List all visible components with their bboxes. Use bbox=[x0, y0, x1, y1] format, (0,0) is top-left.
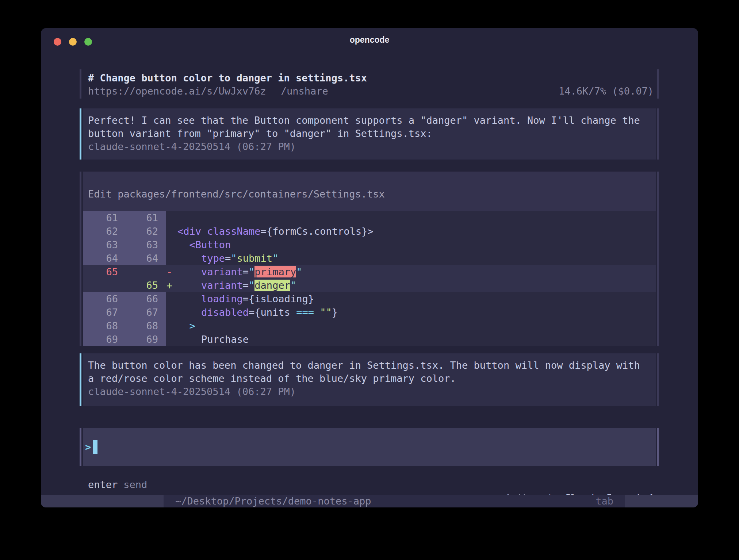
code-token: " bbox=[272, 253, 278, 264]
text-cursor bbox=[93, 440, 97, 454]
diff-row: 6464 type="submit" bbox=[83, 252, 656, 265]
mode-chip[interactable]: BUILDMODE bbox=[625, 495, 698, 507]
working-directory: ~/Desktop/Projects/demo-notes-app bbox=[175, 495, 371, 507]
new-line-number: 61 bbox=[120, 211, 161, 225]
diff-code-line: Purchase bbox=[177, 333, 249, 346]
gutter-pad bbox=[161, 238, 166, 252]
message-line: button variant from "primary" to "danger… bbox=[88, 127, 654, 140]
app-version-chip: opencodev0.3.11 bbox=[41, 495, 164, 507]
diff-row: 6666 loading={isLoading} bbox=[83, 292, 656, 306]
gutter-pad bbox=[161, 265, 166, 279]
token-usage: 14.6K/7% ($0.07) bbox=[559, 85, 654, 98]
code-token: variant bbox=[201, 266, 243, 277]
code-token: = bbox=[243, 280, 249, 291]
code-token: " bbox=[249, 266, 254, 277]
diff-marker: + bbox=[166, 279, 177, 292]
diff-code-line: <Button bbox=[177, 238, 231, 252]
gutter-pad bbox=[161, 252, 166, 265]
code-token: loading bbox=[201, 293, 243, 304]
code-token: = bbox=[243, 266, 249, 277]
code-token: " bbox=[249, 280, 254, 291]
diff-code-line: loading={isLoading} bbox=[177, 292, 314, 306]
new-line-number: 65 bbox=[120, 279, 161, 292]
code-token: > bbox=[189, 320, 195, 331]
session-title: # Change button color to danger in setti… bbox=[88, 72, 654, 85]
old-line-number: 68 bbox=[83, 319, 120, 333]
code-token: primary bbox=[254, 266, 296, 277]
code-token: " bbox=[290, 280, 296, 291]
enter-key-hint: enter bbox=[88, 478, 118, 491]
prompt-input[interactable]: > bbox=[80, 428, 659, 466]
code-token: "" bbox=[320, 307, 332, 318]
diff-gutter: 6666 bbox=[83, 292, 166, 306]
code-token: {isLoading} bbox=[249, 293, 314, 304]
diff-header: Edit packages/frontend/src/containers/Se… bbox=[83, 172, 656, 211]
code-token bbox=[314, 307, 320, 318]
code-token: variant bbox=[201, 280, 243, 291]
message-line: a red/rose color scheme instead of the b… bbox=[88, 372, 654, 385]
diff-gutter: 6767 bbox=[83, 306, 166, 319]
gutter-pad bbox=[161, 279, 166, 292]
diff-row: 6161 bbox=[83, 211, 656, 225]
diff-gutter: 6363 bbox=[83, 238, 166, 252]
code-token: {formCs.controls} bbox=[267, 226, 367, 237]
diff-marker bbox=[166, 333, 177, 346]
code-token: > bbox=[367, 226, 373, 237]
unshare-command[interactable]: /unshare bbox=[281, 85, 328, 98]
send-action-hint: send bbox=[123, 478, 147, 491]
hint-bar: enter send Anthropic Claude Sonnet 4 bbox=[80, 478, 659, 491]
diff-marker bbox=[166, 306, 177, 319]
code-token: " bbox=[296, 266, 302, 277]
gutter-pad bbox=[161, 211, 166, 225]
diff-gutter: 6868 bbox=[83, 319, 166, 333]
diff-row: 65- variant="primary" bbox=[83, 265, 656, 279]
diff-code-line: > bbox=[177, 319, 195, 333]
new-line-number: 63 bbox=[120, 238, 161, 252]
code-token: type bbox=[201, 253, 225, 264]
share-url[interactable]: https://opencode.ai/s/UwJxv76z bbox=[88, 85, 266, 98]
new-line-number bbox=[120, 265, 161, 279]
code-token: danger bbox=[254, 280, 290, 291]
code-token: <div bbox=[177, 226, 201, 237]
diff-right-rule bbox=[657, 172, 659, 346]
diff-gutter: 6464 bbox=[83, 252, 166, 265]
message-line: The button color has been changed to dan… bbox=[88, 359, 654, 372]
input-right-rule bbox=[657, 428, 659, 466]
message-content: The button color has been changed to dan… bbox=[80, 353, 659, 398]
code-token: } bbox=[332, 307, 338, 318]
status-bar: opencodev0.3.11 ~/Desktop/Projects/demo-… bbox=[41, 495, 698, 507]
diff-marker bbox=[166, 211, 177, 225]
diff-marker bbox=[166, 252, 177, 265]
assistant-message: The button color has been changed to dan… bbox=[80, 353, 659, 406]
assistant-message: Perfect! I can see that the Button compo… bbox=[80, 108, 659, 160]
diff-file-title: Edit packages/frontend/src/containers/Se… bbox=[88, 188, 385, 201]
diff-row: 6363 <Button bbox=[83, 238, 656, 252]
message-line: Perfect! I can see that the Button compo… bbox=[88, 114, 654, 127]
diff-gutter: 6262 bbox=[83, 225, 166, 238]
gutter-pad bbox=[161, 319, 166, 333]
window-title: opencode bbox=[41, 28, 698, 51]
gutter-pad bbox=[161, 306, 166, 319]
code-token: = bbox=[261, 226, 267, 237]
new-line-number: 66 bbox=[120, 292, 161, 306]
diff-marker: - bbox=[166, 265, 177, 279]
session-header: # Change button color to danger in setti… bbox=[80, 69, 659, 99]
new-line-number: 64 bbox=[120, 252, 161, 265]
old-line-number: 62 bbox=[83, 225, 120, 238]
diff-row: 6767 disabled={units === ""} bbox=[83, 306, 656, 319]
gutter-pad bbox=[161, 292, 166, 306]
code-token bbox=[201, 226, 207, 237]
gutter-pad bbox=[161, 225, 166, 238]
diff-code-line: variant="danger" bbox=[177, 279, 296, 292]
old-line-number: 61 bbox=[83, 211, 120, 225]
new-line-number: 68 bbox=[120, 319, 161, 333]
tab-key-hint[interactable]: tab bbox=[596, 495, 613, 507]
diff-gutter: 6161 bbox=[83, 211, 166, 225]
diff-marker bbox=[166, 225, 177, 238]
code-token: <Button bbox=[189, 239, 231, 250]
code-token: disabled bbox=[201, 307, 249, 318]
old-line-number: 63 bbox=[83, 238, 120, 252]
diff-marker bbox=[166, 319, 177, 333]
opencode-window: opencode # Change button color to danger… bbox=[41, 28, 698, 507]
message-content: Perfect! I can see that the Button compo… bbox=[80, 108, 659, 153]
